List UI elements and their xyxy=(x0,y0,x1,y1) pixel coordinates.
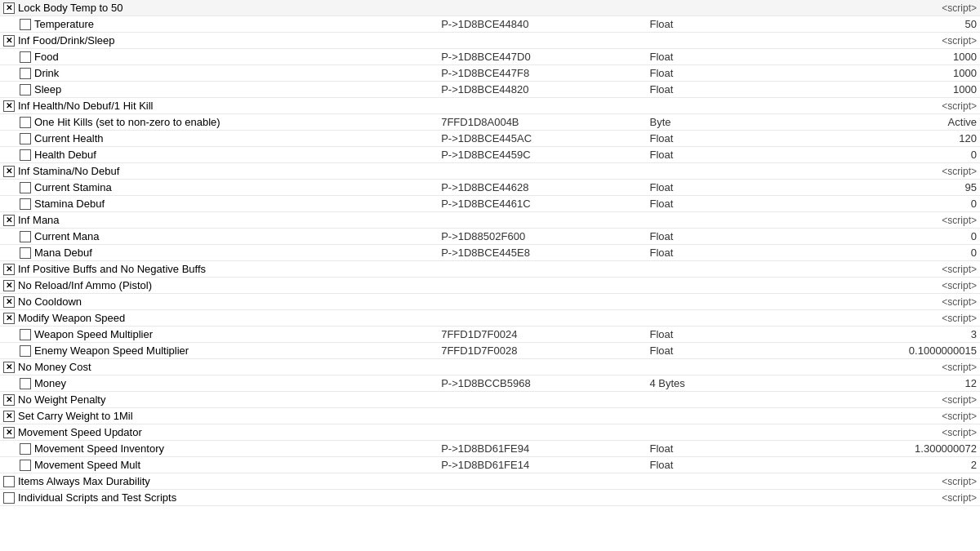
row-address xyxy=(438,490,646,506)
checkbox[interactable] xyxy=(3,100,15,112)
checkbox[interactable] xyxy=(3,427,15,438)
table-row: Health DebufP->1D8BCE4459CFloat0 xyxy=(0,147,980,163)
checkbox[interactable] xyxy=(3,2,15,14)
row-type: Float xyxy=(646,457,751,473)
checkbox[interactable] xyxy=(3,362,15,373)
table-row: Movement Speed InventoryP->1D8BD61FE94Fl… xyxy=(0,441,980,457)
row-value: <script> xyxy=(751,490,980,506)
table-row: Inf Mana<script> xyxy=(0,212,980,229)
row-label-text: Drink xyxy=(34,67,59,79)
row-type xyxy=(646,392,751,408)
row-address: 7FFD1D7F0024 xyxy=(438,327,646,343)
row-label-text: Mana Debuf xyxy=(34,247,92,259)
checkbox[interactable] xyxy=(3,35,15,47)
script-tag: <script> xyxy=(942,280,977,291)
row-label-cell: Drink xyxy=(0,65,438,82)
row-type xyxy=(646,490,751,506)
row-value: 1000 xyxy=(751,82,980,98)
checkbox[interactable] xyxy=(3,411,15,422)
script-tag: <script> xyxy=(942,166,977,177)
row-value: <script> xyxy=(751,0,980,16)
row-type xyxy=(646,359,751,375)
row-address: P->1D8BCE447D0 xyxy=(438,49,646,65)
checkbox[interactable] xyxy=(20,51,31,63)
row-label-text: Food xyxy=(34,51,59,63)
checkbox[interactable] xyxy=(3,476,15,487)
row-address xyxy=(438,294,646,310)
checkbox[interactable] xyxy=(20,117,31,128)
table-row: No Money Cost<script> xyxy=(0,359,980,375)
checkbox[interactable] xyxy=(20,19,31,30)
row-address: P->1D8BCE44840 xyxy=(438,16,646,33)
row-label-text: Current Mana xyxy=(34,230,99,242)
row-value: 0.1000000015 xyxy=(751,343,980,359)
checkbox[interactable] xyxy=(20,84,31,96)
checkbox[interactable] xyxy=(20,329,31,340)
checkbox[interactable] xyxy=(20,149,31,161)
checkbox[interactable] xyxy=(3,264,15,275)
checkbox[interactable] xyxy=(20,443,31,455)
checkbox[interactable] xyxy=(3,215,15,226)
table-row: Current HealthP->1D8BCE445ACFloat120 xyxy=(0,131,980,147)
checkbox[interactable] xyxy=(3,313,15,324)
checkbox[interactable] xyxy=(20,460,31,471)
row-type xyxy=(646,473,751,490)
checkbox[interactable] xyxy=(20,198,31,210)
row-address xyxy=(438,359,646,375)
checkbox[interactable] xyxy=(20,378,31,389)
script-tag: <script> xyxy=(942,264,977,275)
checkbox[interactable] xyxy=(20,247,31,259)
checkbox[interactable] xyxy=(20,182,31,193)
row-type: Float xyxy=(646,441,751,457)
checkbox[interactable] xyxy=(20,231,31,242)
row-label-text: Inf Food/Drink/Sleep xyxy=(18,34,115,47)
checkbox[interactable] xyxy=(3,492,15,504)
table-row: Inf Health/No Debuf/1 Hit Kill<script> xyxy=(0,98,980,114)
row-type xyxy=(646,278,751,294)
table-row: One Hit Kills (set to non-zero to enable… xyxy=(0,114,980,131)
row-address xyxy=(438,424,646,441)
row-value: Active xyxy=(751,114,980,131)
row-label-cell: No Money Cost xyxy=(0,359,438,375)
table-row: Individual Scripts and Test Scripts<scri… xyxy=(0,490,980,506)
row-value: 3 xyxy=(751,327,980,343)
row-value: <script> xyxy=(751,359,980,375)
checkbox[interactable] xyxy=(20,133,31,144)
table-row: Weapon Speed Multiplier7FFD1D7F0024Float… xyxy=(0,327,980,343)
script-tag: <script> xyxy=(942,476,977,487)
row-address: P->1D8BCE445AC xyxy=(438,131,646,147)
checkbox[interactable] xyxy=(20,68,31,79)
table-row: Inf Stamina/No Debuf<script> xyxy=(0,163,980,180)
row-label-text: Temperature xyxy=(34,18,94,30)
row-label-text: Movement Speed Inventory xyxy=(34,442,164,455)
row-value: 0 xyxy=(751,196,980,212)
row-label-cell: Inf Food/Drink/Sleep xyxy=(0,33,438,49)
row-label-text: Enemy Weapon Speed Multiplier xyxy=(34,344,189,357)
checkbox[interactable] xyxy=(20,345,31,357)
row-address xyxy=(438,473,646,490)
table-row: SleepP->1D8BCE44820Float1000 xyxy=(0,82,980,98)
table-row: Movement Speed Updator<script> xyxy=(0,424,980,441)
row-label-text: Inf Stamina/No Debuf xyxy=(18,165,119,177)
row-type: Byte xyxy=(646,114,751,131)
row-type xyxy=(646,98,751,114)
checkbox[interactable] xyxy=(3,296,15,308)
row-label-text: Inf Positive Buffs and No Negative Buffs xyxy=(18,263,206,275)
row-value: 1000 xyxy=(751,65,980,82)
row-label-cell: Stamina Debuf xyxy=(0,196,438,212)
row-address: P->1D8BCE4459C xyxy=(438,147,646,163)
row-label-text: Inf Mana xyxy=(18,214,60,226)
row-label-cell: Weapon Speed Multiplier xyxy=(0,327,438,343)
row-label-text: No Reload/Inf Ammo (Pistol) xyxy=(18,279,152,291)
row-value: 0 xyxy=(751,229,980,245)
script-tag: <script> xyxy=(942,215,977,226)
row-value: <script> xyxy=(751,424,980,441)
table-row: FoodP->1D8BCE447D0Float1000 xyxy=(0,49,980,65)
checkbox[interactable] xyxy=(3,394,15,406)
row-type: Float xyxy=(646,16,751,33)
row-address: P->1D8BD61FE14 xyxy=(438,457,646,473)
row-label-cell: No Reload/Inf Ammo (Pistol) xyxy=(0,278,438,294)
row-address xyxy=(438,98,646,114)
checkbox[interactable] xyxy=(3,166,15,177)
checkbox[interactable] xyxy=(3,280,15,291)
